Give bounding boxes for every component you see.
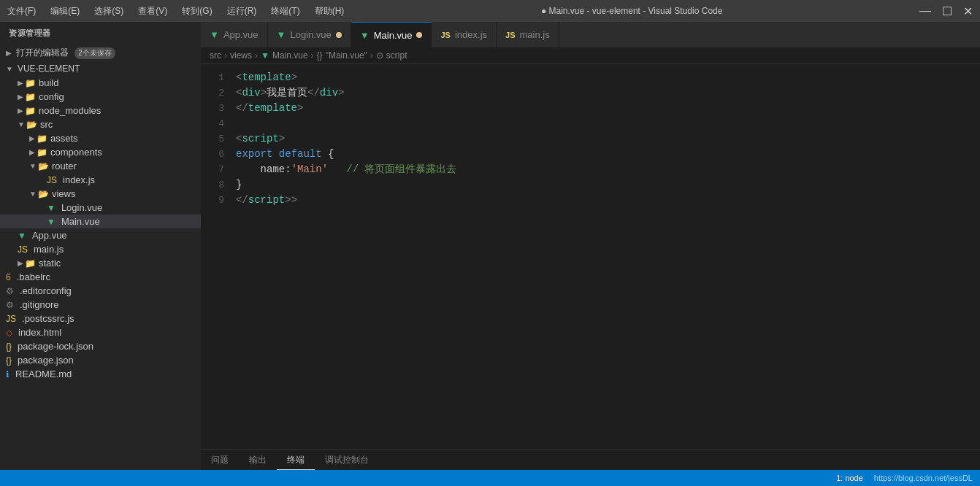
status-node: 1: node bbox=[836, 474, 863, 482]
folder-icon: 📁 bbox=[25, 92, 36, 102]
sidebar-item-router-index[interactable]: JS index.js bbox=[0, 173, 201, 187]
tab-terminal[interactable]: 终端 bbox=[277, 451, 315, 470]
sidebar-item-components[interactable]: ▶ 📁 components bbox=[0, 145, 201, 159]
sidebar-item-package-lock[interactable]: {} package-lock.json bbox=[0, 339, 201, 353]
chevron-down-icon: ▼ bbox=[6, 65, 13, 73]
breadcrumb-sep: › bbox=[255, 50, 258, 61]
maximize-button[interactable]: ☐ bbox=[942, 4, 952, 18]
bottom-tabs: 问题 输出 终端 调试控制台 bbox=[201, 451, 379, 470]
breadcrumb-file[interactable]: Main.vue bbox=[272, 50, 308, 61]
sidebar-item-gitignore[interactable]: ⚙ .gitignore bbox=[0, 298, 201, 312]
breadcrumb-src[interactable]: src bbox=[210, 50, 221, 61]
minimize-button[interactable]: — bbox=[919, 4, 931, 18]
tab-label: Main.vue bbox=[374, 30, 413, 41]
status-bar: 1: node https://blog.csdn.net/jessDL bbox=[0, 470, 980, 486]
code-editor[interactable]: 1 <template> 2 <div>我是首页</div> 3 </templ… bbox=[201, 64, 980, 450]
breadcrumb-name[interactable]: "Main.vue" bbox=[326, 50, 367, 61]
line-content: export default { bbox=[236, 147, 974, 162]
breadcrumb-obj: {} bbox=[317, 50, 323, 61]
md-file-icon: ℹ bbox=[6, 369, 9, 379]
line-number: 9 bbox=[207, 193, 236, 208]
vue-file-icon: ▼ bbox=[18, 231, 26, 241]
config-file-icon: 6 bbox=[6, 272, 11, 282]
chevron-right-icon: ▶ bbox=[18, 259, 23, 267]
tab-debug-console[interactable]: 调试控制台 bbox=[315, 451, 379, 470]
status-link[interactable]: https://blog.csdn.net/jessDL bbox=[874, 474, 973, 482]
vue-file-icon: ▼ bbox=[47, 217, 55, 227]
breadcrumb-sep: › bbox=[224, 50, 227, 61]
menu-goto[interactable]: 转到(G) bbox=[182, 5, 212, 18]
code-line-3: 3 </template> bbox=[201, 101, 980, 116]
sidebar-item-static[interactable]: ▶ 📁 static bbox=[0, 256, 201, 270]
tab-index-js[interactable]: JS index.js bbox=[432, 22, 497, 47]
tab-app-vue[interactable]: ▼ App.vue bbox=[201, 22, 268, 47]
label: config bbox=[39, 91, 64, 102]
chevron-right-icon: ▶ bbox=[29, 148, 35, 156]
breadcrumb-views[interactable]: views bbox=[230, 50, 252, 61]
label: .editorconfig bbox=[20, 285, 72, 296]
sidebar-item-babelrc[interactable]: 6 .babelrc bbox=[0, 270, 201, 284]
folder-icon: 📁 bbox=[37, 134, 47, 144]
unsaved-indicator bbox=[416, 32, 422, 38]
menu-file[interactable]: 文件(F) bbox=[7, 5, 36, 18]
sidebar-item-index-html[interactable]: ◇ index.html bbox=[0, 325, 201, 339]
label: router bbox=[52, 161, 77, 171]
label: components bbox=[50, 147, 102, 158]
folder-icon: 📁 bbox=[25, 258, 36, 269]
breadcrumb: src › views › ▼ Main.vue › {} "Main.vue"… bbox=[201, 47, 980, 64]
code-line-5: 5 <script> bbox=[201, 131, 980, 147]
sidebar-item-node-modules[interactable]: ▶ 📁 node_modules bbox=[0, 104, 201, 117]
vue-icon: ▼ bbox=[210, 29, 219, 40]
sidebar-item-app-vue[interactable]: ▼ App.vue bbox=[0, 228, 201, 242]
sidebar-item-src[interactable]: ▼ 📂 src bbox=[0, 117, 201, 131]
titlebar-menus[interactable]: 文件(F) 编辑(E) 选择(S) 查看(V) 转到(G) 运行(R) 终端(T… bbox=[7, 5, 344, 18]
menu-help[interactable]: 帮助(H) bbox=[315, 5, 345, 18]
line-content: <div>我是首页</div> bbox=[236, 85, 974, 101]
breadcrumb-symbol: ⊙ bbox=[376, 50, 383, 61]
label: .babelrc bbox=[17, 271, 50, 282]
html-file-icon: ◇ bbox=[6, 328, 12, 338]
folder-icon: 📁 bbox=[37, 147, 47, 158]
sidebar-item-package-json[interactable]: {} package.json bbox=[0, 353, 201, 367]
sidebar-item-assets[interactable]: ▶ 📁 assets bbox=[0, 131, 201, 145]
folder-open-icon: 📂 bbox=[26, 120, 37, 130]
open-editors-header[interactable]: ▶ 打开的编辑器 2个未保存 bbox=[0, 45, 201, 61]
sidebar-item-main-js[interactable]: JS main.js bbox=[0, 242, 201, 256]
tab-problems[interactable]: 问题 bbox=[201, 451, 239, 470]
menu-edit[interactable]: 编辑(E) bbox=[50, 5, 80, 18]
menu-terminal[interactable]: 终端(T) bbox=[271, 5, 299, 18]
label: node_modules bbox=[39, 105, 101, 116]
open-editors-label: 打开的编辑器 bbox=[16, 47, 69, 59]
code-line-1: 1 <template> bbox=[201, 70, 980, 85]
code-line-7: 7 name:'Main' // 将页面组件暴露出去 bbox=[201, 162, 980, 177]
sidebar-item-readme[interactable]: ℹ README.md bbox=[0, 367, 201, 381]
close-button[interactable]: ✕ bbox=[963, 4, 973, 18]
sidebar-item-router[interactable]: ▼ 📂 router bbox=[0, 159, 201, 173]
tabs-bar: ▼ App.vue ▼ Login.vue ▼ Main.vue JS inde… bbox=[201, 22, 980, 47]
menu-view[interactable]: 查看(V) bbox=[138, 5, 167, 18]
sidebar-item-postcssrc[interactable]: JS .postcssrc.js bbox=[0, 312, 201, 325]
tab-main-vue[interactable]: ▼ Main.vue bbox=[351, 22, 432, 47]
label: App.vue bbox=[32, 230, 67, 241]
menu-run[interactable]: 运行(R) bbox=[227, 5, 257, 18]
sidebar-item-build[interactable]: ▶ 📁 build bbox=[0, 76, 201, 90]
tab-main-js[interactable]: JS main.js bbox=[497, 22, 559, 47]
sidebar-title: 资源管理器 bbox=[0, 22, 201, 45]
tab-output[interactable]: 输出 bbox=[239, 451, 277, 470]
line-content: </template> bbox=[236, 101, 974, 116]
unsaved-indicator bbox=[336, 32, 342, 38]
sidebar-item-login-vue[interactable]: ▼ Login.vue bbox=[0, 201, 201, 215]
project-header[interactable]: ▼ VUE-ELEMENT bbox=[0, 61, 201, 76]
breadcrumb-script[interactable]: script bbox=[386, 50, 407, 61]
vue-icon: ▼ bbox=[360, 30, 370, 41]
label: .gitignore bbox=[20, 299, 58, 310]
menu-select[interactable]: 选择(S) bbox=[94, 5, 123, 18]
chevron-down-icon: ▼ bbox=[29, 190, 37, 198]
chevron-right-icon: ▶ bbox=[18, 107, 23, 115]
sidebar-item-config[interactable]: ▶ 📁 config bbox=[0, 90, 201, 104]
sidebar-item-views[interactable]: ▼ 📂 views bbox=[0, 187, 201, 201]
window-controls[interactable]: — ☐ ✕ bbox=[919, 4, 973, 18]
sidebar-item-main-vue[interactable]: ▼ Main.vue bbox=[0, 215, 201, 228]
sidebar-item-editorconfig[interactable]: ⚙ .editorconfig bbox=[0, 284, 201, 298]
tab-login-vue[interactable]: ▼ Login.vue bbox=[268, 22, 351, 47]
